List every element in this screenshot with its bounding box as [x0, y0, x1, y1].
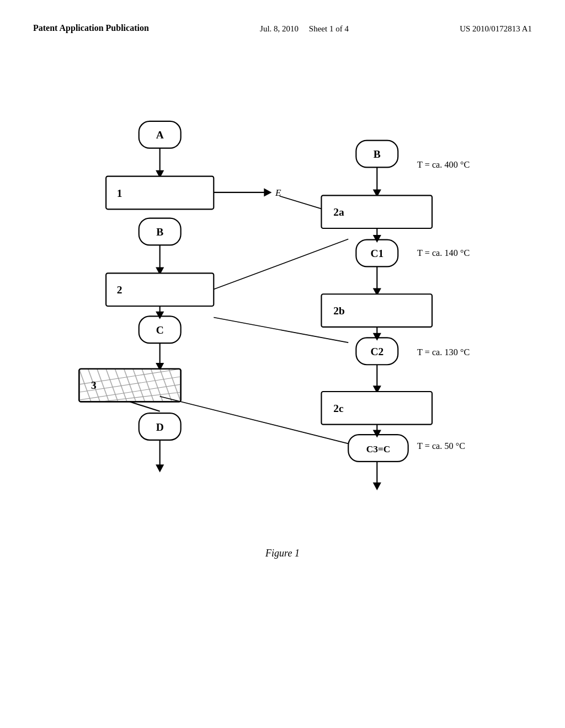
header-date: Jul. 8, 2010: [260, 24, 299, 33]
svg-text:C1: C1: [370, 248, 383, 259]
svg-marker-67: [373, 483, 381, 490]
svg-text:2: 2: [117, 284, 122, 296]
svg-text:C: C: [156, 324, 164, 336]
svg-text:D: D: [156, 421, 164, 433]
svg-line-43: [214, 239, 348, 290]
svg-text:2b: 2b: [333, 305, 345, 317]
svg-text:C3=C: C3=C: [366, 444, 391, 454]
svg-text:B: B: [156, 226, 163, 238]
svg-text:3: 3: [91, 379, 97, 391]
svg-marker-41: [156, 464, 164, 472]
diagram-area: A 1 E B 2 C: [0, 79, 565, 576]
header-sheet: Sheet 1 of 4: [309, 24, 349, 33]
header-publication-type: Patent Application Publication: [33, 22, 149, 34]
svg-text:T = ca. 400 °C: T = ca. 400 °C: [417, 160, 470, 170]
svg-marker-7: [264, 188, 271, 196]
svg-text:C2: C2: [370, 346, 383, 357]
svg-text:1: 1: [117, 188, 122, 199]
figure-1-svg: A 1 E B 2 C: [0, 79, 565, 576]
svg-line-45: [160, 397, 349, 444]
page-header: Patent Application Publication Jul. 8, 2…: [0, 0, 565, 46]
figure-label: Figure 1: [265, 548, 300, 559]
svg-text:T = ca. 140 °C: T = ca. 140 °C: [417, 248, 470, 258]
header-date-sheet: Jul. 8, 2010 Sheet 1 of 4: [260, 22, 349, 35]
svg-text:T = ca. 130 °C: T = ca. 130 °C: [417, 347, 470, 357]
svg-text:T = ca.  50 °C: T = ca. 50 °C: [417, 441, 465, 451]
svg-text:A: A: [156, 129, 164, 141]
svg-text:B: B: [374, 148, 381, 160]
svg-text:2c: 2c: [333, 403, 344, 414]
svg-line-74: [130, 402, 159, 411]
svg-text:2a: 2a: [333, 206, 344, 218]
header-patent-number: US 2010/0172813 A1: [460, 22, 532, 35]
